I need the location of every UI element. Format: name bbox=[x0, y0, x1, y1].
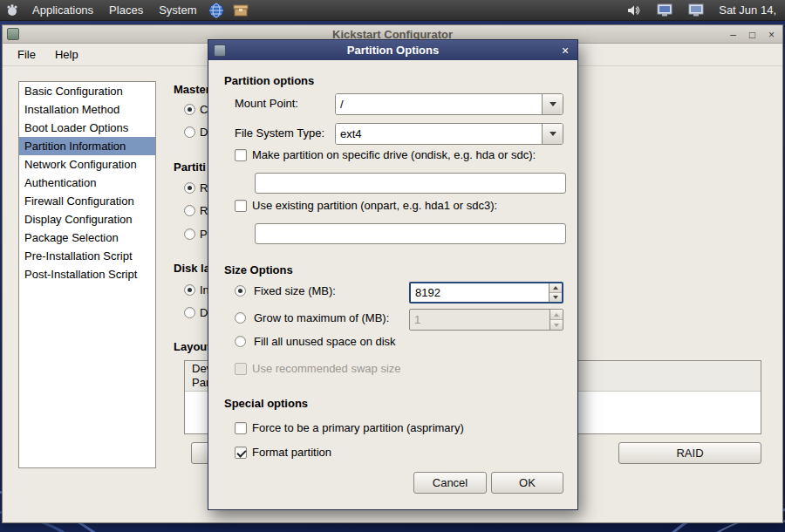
fill-unused-label: Fill all unused space on disk bbox=[254, 335, 396, 348]
fixed-size-radio[interactable] bbox=[235, 285, 246, 297]
chevron-down-icon bbox=[550, 132, 556, 136]
partitions-radio-2-label: R bbox=[200, 204, 208, 217]
raid-button[interactable]: RAID bbox=[618, 442, 761, 464]
applications-menu[interactable]: Applications bbox=[24, 0, 101, 20]
sidebar-item-basic-configuration[interactable]: Basic Configuration bbox=[19, 82, 155, 100]
partitions-radio-3-label: P bbox=[200, 228, 208, 241]
master-boot-record-heading: Master bbox=[174, 83, 210, 96]
sidebar-item-firewall-configuration[interactable]: Firewall Configuration bbox=[19, 192, 155, 210]
fs-type-combo[interactable] bbox=[335, 123, 563, 145]
minimize-icon[interactable]: – bbox=[727, 28, 740, 41]
disk-radio-1[interactable] bbox=[184, 284, 195, 296]
sidebar-item-pre-installation-script[interactable]: Pre-Installation Script bbox=[19, 247, 155, 265]
fs-type-value[interactable] bbox=[336, 124, 542, 144]
primary-partition-checkbox[interactable] bbox=[235, 422, 247, 434]
close-icon[interactable]: × bbox=[765, 28, 778, 41]
format-partition-checkbox[interactable] bbox=[235, 447, 247, 459]
sidebar-item-display-configuration[interactable]: Display Configuration bbox=[19, 210, 155, 228]
spin-up-button bbox=[550, 310, 563, 320]
category-list: Basic Configuration Installation Method … bbox=[18, 81, 156, 468]
fixed-size-spinbox[interactable] bbox=[409, 282, 563, 304]
ondisk-checkbox[interactable] bbox=[235, 149, 247, 161]
master-radio-1-label: C bbox=[200, 103, 208, 116]
system-menu[interactable]: System bbox=[151, 0, 204, 20]
partitions-radio-2[interactable] bbox=[184, 205, 195, 216]
master-radio-2-label: D bbox=[200, 126, 208, 139]
display-notification-icon[interactable] bbox=[656, 2, 673, 19]
onpart-label: Use existing partition (onpart, e.g. hda… bbox=[252, 199, 497, 212]
dialog-icon bbox=[214, 44, 226, 57]
system-menu-label: System bbox=[159, 3, 196, 17]
partitions-heading: Partiti bbox=[174, 160, 206, 174]
mount-point-combo[interactable] bbox=[335, 93, 563, 115]
applications-menu-label: Applications bbox=[32, 3, 93, 17]
panel-clock[interactable]: Sat Jun 14, bbox=[715, 3, 780, 17]
maximize-icon[interactable]: □ bbox=[746, 28, 759, 41]
arrow-down-icon bbox=[554, 324, 559, 327]
dialog-titlebar[interactable]: Partition Options × bbox=[208, 40, 577, 60]
arrow-up-icon bbox=[553, 286, 558, 290]
fill-unused-radio[interactable] bbox=[235, 336, 246, 347]
spin-down-button bbox=[550, 320, 563, 330]
dialog-close-icon[interactable]: × bbox=[558, 40, 572, 60]
help-menu[interactable]: Help bbox=[47, 45, 86, 64]
grow-max-radio[interactable] bbox=[235, 312, 246, 324]
grow-max-value bbox=[410, 310, 550, 330]
disk-radio-2[interactable] bbox=[184, 307, 195, 318]
onpart-checkbox[interactable] bbox=[235, 200, 247, 212]
sidebar-item-authentication[interactable]: Authentication bbox=[19, 174, 155, 192]
swap-size-checkbox bbox=[235, 363, 247, 375]
sidebar-item-network-configuration[interactable]: Network Configuration bbox=[19, 155, 155, 174]
master-radio-1[interactable] bbox=[184, 104, 195, 115]
sidebar-item-package-selection[interactable]: Package Selection bbox=[19, 228, 155, 247]
package-tool-launcher-icon[interactable] bbox=[232, 2, 249, 19]
desktop: Applications Places System Sat Jun 14, bbox=[0, 0, 785, 532]
partitions-radio-3[interactable] bbox=[184, 228, 195, 240]
places-menu-label: Places bbox=[109, 3, 143, 17]
special-options-heading: Special options bbox=[224, 397, 308, 410]
partition-options-dialog: Partition Options × Partition options Mo… bbox=[208, 39, 578, 510]
volume-icon[interactable] bbox=[625, 2, 642, 19]
distro-menu-icon[interactable] bbox=[3, 2, 21, 19]
onpart-entry[interactable] bbox=[255, 223, 566, 244]
mount-point-value[interactable] bbox=[336, 94, 542, 114]
places-menu[interactable]: Places bbox=[101, 0, 151, 20]
computer-status-icon[interactable] bbox=[687, 2, 705, 19]
dialog-body: Partition options Mount Point: File Syst… bbox=[208, 60, 577, 509]
ok-button[interactable]: OK bbox=[491, 472, 563, 494]
partition-options-heading: Partition options bbox=[224, 74, 314, 87]
master-radio-2[interactable] bbox=[184, 126, 195, 138]
swap-size-label: Use recommended swap size bbox=[252, 362, 401, 375]
disk-label-heading: Disk la bbox=[174, 262, 210, 275]
fixed-size-label: Fixed size (MB): bbox=[254, 284, 336, 297]
partitions-radio-1[interactable] bbox=[184, 182, 195, 194]
web-browser-launcher-icon[interactable] bbox=[208, 2, 225, 19]
mount-point-label: Mount Point: bbox=[235, 97, 298, 110]
ondisk-entry[interactable] bbox=[255, 173, 566, 194]
sidebar-item-post-installation-script[interactable]: Post-Installation Script bbox=[19, 265, 155, 283]
sidebar-item-boot-loader-options[interactable]: Boot Loader Options bbox=[19, 119, 155, 137]
gnome-panel: Applications Places System Sat Jun 14, bbox=[0, 0, 785, 21]
mount-point-dropdown-button[interactable] bbox=[542, 94, 563, 114]
size-options-heading: Size Options bbox=[224, 263, 293, 276]
ondisk-label: Make partition on specific drive (ondisk… bbox=[252, 148, 536, 161]
spin-down-button[interactable] bbox=[550, 293, 562, 302]
primary-partition-label: Force to be a primary partition (asprima… bbox=[252, 421, 464, 434]
disk-radio-2-label: D bbox=[200, 306, 208, 319]
arrow-down-icon bbox=[553, 296, 558, 299]
grow-max-spinbox bbox=[409, 309, 563, 331]
sidebar-item-installation-method[interactable]: Installation Method bbox=[19, 100, 155, 119]
sidebar-item-partition-information[interactable]: Partition Information bbox=[19, 137, 155, 155]
fixed-size-value[interactable] bbox=[411, 283, 549, 302]
partitions-radio-1-label: R bbox=[200, 181, 208, 194]
cancel-button[interactable]: Cancel bbox=[413, 472, 487, 494]
file-menu[interactable]: File bbox=[10, 45, 44, 64]
layout-heading: Layout bbox=[174, 340, 211, 353]
format-partition-label: Format partition bbox=[252, 446, 331, 459]
fs-type-dropdown-button[interactable] bbox=[542, 124, 563, 144]
spin-up-button[interactable] bbox=[550, 283, 562, 293]
grow-max-label: Grow to maximum of (MB): bbox=[254, 311, 389, 324]
arrow-up-icon bbox=[554, 313, 559, 317]
dialog-title: Partition Options bbox=[208, 44, 577, 57]
chevron-down-icon bbox=[550, 102, 556, 106]
